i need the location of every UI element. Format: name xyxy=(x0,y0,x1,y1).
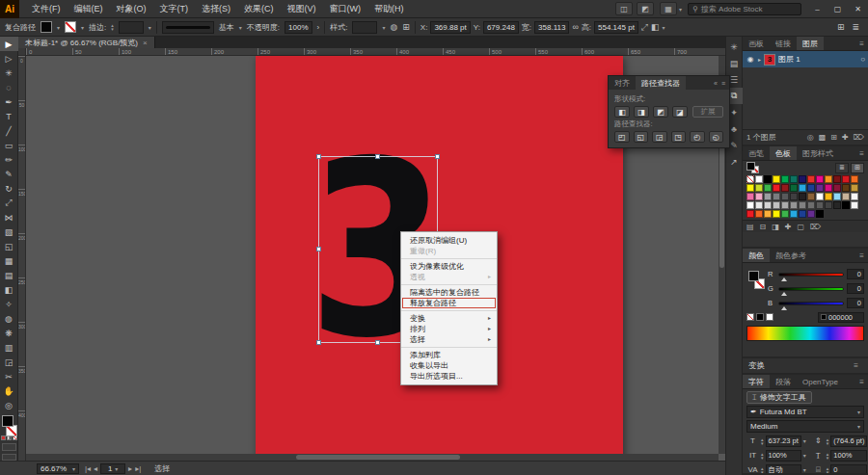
panel-menu-icon[interactable]: ≡ xyxy=(721,80,725,87)
color-swatch[interactable] xyxy=(816,201,824,209)
tab-align[interactable]: 对齐 xyxy=(609,76,636,90)
panel-menu-icon[interactable]: ≡ xyxy=(855,37,868,50)
chevron-down-icon[interactable]: ▾ xyxy=(663,24,665,31)
direct-selection-tool[interactable]: ▷ xyxy=(0,51,18,66)
color-swatch[interactable] xyxy=(773,210,780,218)
color-swatch[interactable] xyxy=(825,184,832,192)
color-swatch[interactable] xyxy=(833,193,841,200)
color-swatch[interactable] xyxy=(755,193,763,200)
context-menu-item[interactable]: 重做(R) xyxy=(401,246,497,256)
menu-item[interactable]: 视图(V) xyxy=(281,0,323,17)
panel-tab[interactable]: 链接 xyxy=(770,37,797,50)
artboard-tool[interactable]: ◲ xyxy=(0,355,18,369)
color-swatch[interactable] xyxy=(825,201,832,209)
color-swatch[interactable] xyxy=(781,210,789,218)
chevron-down-icon[interactable]: ▾ xyxy=(803,466,806,473)
color-swatch[interactable] xyxy=(807,210,815,218)
font-size-field[interactable]: T ▴▾ 637.23 pt ▾ xyxy=(746,435,806,447)
grid-view-icon[interactable]: ⊞ xyxy=(851,163,864,173)
eyedropper-tool[interactable]: ✧ xyxy=(0,297,18,311)
menu-item[interactable]: 对象(O) xyxy=(110,0,153,17)
color-swatch[interactable] xyxy=(773,201,780,209)
color-swatch[interactable] xyxy=(825,175,832,183)
new-swatch-icon[interactable]: ▢ xyxy=(798,223,805,231)
touch-type-tool-button[interactable]: ⌶ 修饰文字工具 xyxy=(746,391,812,404)
color-swatch[interactable] xyxy=(851,201,858,209)
color-swatch[interactable] xyxy=(816,175,824,183)
color-swatch[interactable] xyxy=(746,193,754,200)
gradient-button[interactable] xyxy=(7,435,12,440)
column-graph-tool[interactable]: ▥ xyxy=(0,340,18,355)
layer-row[interactable]: ◉ ▸ 3 图层 1 ○ xyxy=(743,51,868,67)
stroke-width-field[interactable] xyxy=(119,21,144,34)
menu-item[interactable]: 文字(T) xyxy=(153,0,196,17)
color-swatch[interactable] xyxy=(851,175,858,183)
link-dimensions-icon[interactable]: ∞ xyxy=(572,22,578,32)
color-swatch[interactable] xyxy=(781,184,789,192)
black-swatch[interactable] xyxy=(756,313,764,321)
field-stepper[interactable]: ▴▾ xyxy=(827,452,829,460)
color-swatch[interactable] xyxy=(833,175,841,183)
color-swatch[interactable] xyxy=(746,210,754,218)
context-menu-item[interactable]: 变换 ▸ xyxy=(401,313,497,324)
width-field[interactable]: 358.113 xyxy=(534,21,569,34)
color-swatch[interactable] xyxy=(807,201,815,209)
menu-item[interactable]: 选择(S) xyxy=(195,0,237,17)
arrange-documents-icon[interactable]: ◫ xyxy=(615,2,633,15)
mesh-tool[interactable]: ▤ xyxy=(0,268,18,282)
color-swatch[interactable] xyxy=(746,175,754,183)
fill-color-swatch[interactable] xyxy=(41,21,52,33)
panel-tab[interactable]: 段落 xyxy=(770,375,797,388)
color-swatch[interactable] xyxy=(764,210,772,218)
panel-tab[interactable]: 色板 xyxy=(770,146,797,160)
color-swatch[interactable] xyxy=(781,201,789,209)
color-swatch[interactable] xyxy=(816,193,824,200)
new-color-group-icon[interactable]: ✚ xyxy=(785,223,792,231)
zoom-tool[interactable]: ◎ xyxy=(0,398,18,412)
leading-field[interactable]: ⇕ ▴▾ (764.6 pt) ▾ xyxy=(812,435,868,447)
color-swatch[interactable] xyxy=(825,193,832,200)
color-swatch[interactable] xyxy=(799,210,806,218)
stroke-color-swatch[interactable] xyxy=(65,21,76,33)
panel-menu-icon[interactable]: ≡ xyxy=(850,361,862,370)
maximize-button[interactable]: ▢ xyxy=(827,0,848,17)
opacity-field[interactable]: 100% xyxy=(285,21,312,34)
dock-panel-icon[interactable]: ▤ xyxy=(725,55,743,71)
delete-layer-icon[interactable]: ⌦ xyxy=(854,133,864,142)
channel-value[interactable]: 0 xyxy=(847,283,864,294)
horizontal-scale-field[interactable]: IT ▴▾ 100% ▾ xyxy=(746,449,806,462)
context-menu-item[interactable]: 隔离选中的复合路径 xyxy=(401,287,497,298)
chevron-down-icon[interactable]: ▾ xyxy=(149,24,151,31)
shape-builder-tool[interactable]: ◱ xyxy=(0,239,18,253)
field-stepper[interactable]: ▴▾ xyxy=(761,466,764,474)
slider-thumb[interactable] xyxy=(781,277,787,281)
slice-tool[interactable]: ✂ xyxy=(0,369,18,383)
panel-tab[interactable]: 画笔 xyxy=(743,146,770,160)
field-stepper[interactable]: ▴▾ xyxy=(827,466,829,474)
fill-stroke-indicator[interactable] xyxy=(0,414,18,435)
color-swatch[interactable] xyxy=(842,201,850,209)
field-value[interactable]: (764.6 pt) xyxy=(830,435,867,447)
swatch-kinds-icon[interactable]: ◨ xyxy=(772,223,779,231)
new-sublayer-icon[interactable]: ⊞ xyxy=(830,133,837,142)
scrollbar-thumb[interactable] xyxy=(719,143,724,268)
color-swatch[interactable] xyxy=(746,184,754,192)
last-artboard-button[interactable]: ▸| xyxy=(135,464,141,473)
none-swatch[interactable] xyxy=(746,313,754,321)
document-layout-icon[interactable]: ◩ xyxy=(637,2,654,15)
lasso-tool[interactable]: ◌ xyxy=(0,80,18,94)
slider-thumb[interactable] xyxy=(781,306,787,310)
context-menu-item[interactable]: 排列 ▸ xyxy=(401,324,497,334)
expand-layer-icon[interactable]: ▸ xyxy=(758,56,761,63)
slider-track[interactable] xyxy=(778,273,844,277)
align-icon[interactable]: ◧ xyxy=(651,22,660,32)
field-value[interactable]: 100% xyxy=(830,450,867,462)
context-menu-item[interactable]: 导出所选项目... xyxy=(401,371,497,382)
document-tab[interactable]: 未标题-1* @ 66.67% (RGB/预览) × xyxy=(18,37,155,48)
merge-button[interactable]: ◲ xyxy=(652,131,667,143)
line-segment-tool[interactable]: ╱ xyxy=(0,123,18,138)
font-style-select[interactable]: Medium ▾ xyxy=(746,420,864,433)
color-swatch[interactable] xyxy=(755,175,763,183)
fill-stroke-indicator[interactable] xyxy=(746,267,768,300)
color-swatch[interactable] xyxy=(764,184,772,192)
